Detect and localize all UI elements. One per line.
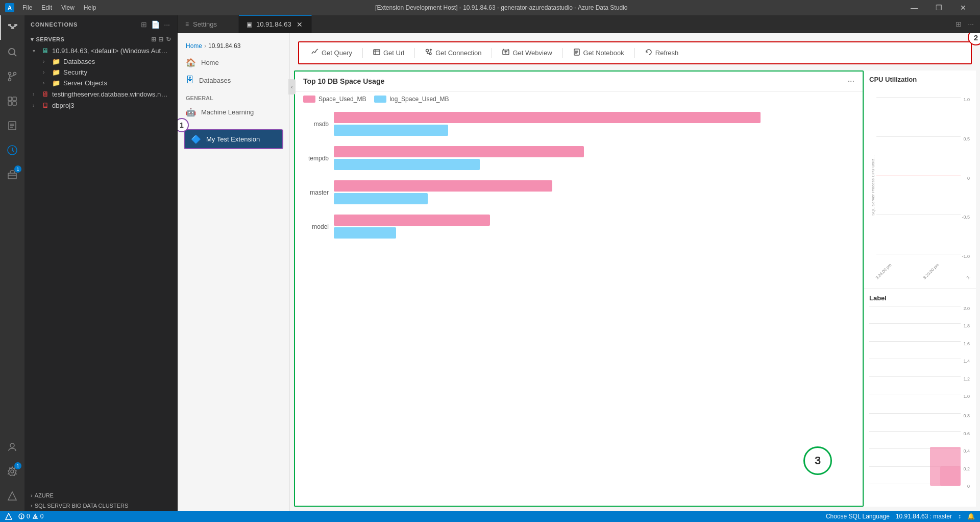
nav-home[interactable]: 🏠 Home xyxy=(178,54,289,72)
databases-item[interactable]: › 📁 Databases xyxy=(24,56,177,67)
bars-tempdb xyxy=(334,146,854,170)
databases-expand-icon: › xyxy=(43,59,49,64)
get-url-button[interactable]: Get Url xyxy=(369,46,408,59)
menu-bar[interactable]: File Edit View Help xyxy=(18,3,101,12)
servers-section: ▾ SERVERS ⊞ ⊟ ↻ ▾ 🖥 10.91.84.63, <defaul… xyxy=(24,34,177,111)
activity-extensions[interactable] xyxy=(0,89,24,113)
collapse-nav-handle[interactable]: ‹ xyxy=(288,79,296,94)
menu-view[interactable]: View xyxy=(57,3,79,12)
bigdata-expand-icon: › xyxy=(31,503,33,509)
server3-icon: 🖥 xyxy=(42,101,49,109)
label-grid-6 xyxy=(869,394,961,394)
nav-my-test-extension[interactable]: 🔷 My Test Extension xyxy=(184,129,283,149)
nav-databases[interactable]: 🗄 Databases xyxy=(178,72,289,89)
cpu-x-label-2: 3:29:00 pm xyxy=(922,263,940,280)
security-item[interactable]: › 📁 Security xyxy=(24,67,177,78)
menu-file[interactable]: File xyxy=(18,3,36,12)
svg-line-6 xyxy=(14,54,17,57)
split-editor-icon[interactable]: ⊞ xyxy=(953,18,964,30)
tab-bar-actions: ⊞ ··· xyxy=(953,15,980,33)
divider-5 xyxy=(634,48,635,58)
close-button[interactable]: ✕ xyxy=(951,0,975,15)
chart-more-button[interactable]: ··· xyxy=(848,77,854,86)
menu-help[interactable]: Help xyxy=(80,3,101,12)
status-language[interactable]: Choose SQL Language xyxy=(826,513,890,520)
databases-nav-label: Databases xyxy=(199,77,231,84)
activity-settings[interactable]: 1 xyxy=(0,459,24,484)
get-notebook-button[interactable]: Get Notebook xyxy=(569,46,628,59)
cpu-grid-1 xyxy=(876,97,961,98)
activity-packages[interactable]: 1 xyxy=(0,162,24,187)
activity-notebooks[interactable] xyxy=(0,113,24,138)
get-webview-button[interactable]: Get Webview xyxy=(498,46,556,59)
svg-point-28 xyxy=(426,50,429,52)
label-section: Label 2.0 1.8 1.6 1.4 1.2 1.0 0.8 0.6 xyxy=(864,289,976,507)
tab-close-button[interactable]: ✕ xyxy=(296,20,304,29)
menu-edit[interactable]: Edit xyxy=(37,3,56,12)
refresh-button[interactable]: Refresh xyxy=(641,46,683,59)
label-y-1.0: 1.0 xyxy=(963,394,970,399)
svg-point-22 xyxy=(10,443,14,447)
machine-learning-label: Machine Learning xyxy=(201,108,254,116)
bigdata-section[interactable]: › SQL SERVER BIG DATA CLUSTERS xyxy=(24,501,177,511)
tab-bar: ≡ Settings ▣ 10.91.84.63 ✕ ⊞ ··· xyxy=(178,15,980,33)
server-tab-icon: ▣ xyxy=(247,21,252,28)
activity-source-control[interactable] xyxy=(0,64,24,89)
activity-connections[interactable] xyxy=(0,15,24,40)
server-objects-item[interactable]: › 📁 Server Objects xyxy=(24,78,177,88)
bar-chart: msdb tempdb xyxy=(295,107,863,506)
server-tab-label: 10.91.84.63 xyxy=(256,20,291,28)
server-item-3[interactable]: › 🖥 dbproj3 xyxy=(24,100,177,111)
new-connection-icon[interactable]: ⊞ xyxy=(140,19,148,30)
status-notification-icon[interactable]: 🔔 xyxy=(967,513,975,520)
filter-server-icon[interactable]: ⊟ xyxy=(158,36,164,43)
window-controls[interactable]: — ❐ ✕ xyxy=(902,0,975,15)
activity-jobs[interactable] xyxy=(0,138,24,162)
svg-rect-2 xyxy=(11,27,14,29)
status-remote[interactable] xyxy=(5,513,12,520)
label-y-0.2: 0.2 xyxy=(963,466,970,471)
status-upload-icon[interactable]: ↕ xyxy=(958,513,961,520)
bar-label-model: model xyxy=(303,223,334,230)
svg-marker-36 xyxy=(6,513,12,519)
new-connection-file-icon[interactable]: 📄 xyxy=(150,19,161,30)
status-errors[interactable]: 0 0 xyxy=(18,513,43,520)
svg-rect-25 xyxy=(374,50,380,55)
status-server[interactable]: 10.91.84.63 : master xyxy=(896,513,952,520)
maximize-button[interactable]: ❐ xyxy=(927,0,950,15)
servers-header[interactable]: ▾ SERVERS ⊞ ⊟ ↻ xyxy=(24,34,177,45)
settings-tab-label: Settings xyxy=(193,20,217,28)
activity-search[interactable] xyxy=(0,40,24,64)
activity-remote[interactable] xyxy=(0,484,24,508)
svg-point-7 xyxy=(9,73,11,75)
get-webview-icon xyxy=(502,49,509,57)
tab-settings[interactable]: ≡ Settings xyxy=(178,15,239,33)
svg-line-3 xyxy=(10,26,13,27)
nav-machine-learning[interactable]: 🤖 Machine Learning xyxy=(178,103,289,121)
cpu-title: CPU Utilization xyxy=(869,76,971,83)
get-query-icon xyxy=(311,49,318,57)
get-query-button[interactable]: Get Query xyxy=(307,46,356,59)
svg-rect-12 xyxy=(13,97,16,101)
minimize-button[interactable]: — xyxy=(902,0,926,15)
azure-section: › AZURE › SQL SERVER BIG DATA CLUSTERS xyxy=(24,490,177,511)
svg-rect-13 xyxy=(8,102,12,105)
more-icon[interactable]: ··· xyxy=(163,19,171,30)
azure-label[interactable]: › AZURE xyxy=(24,490,177,501)
tab-server[interactable]: ▣ 10.91.84.63 ✕ xyxy=(239,15,312,33)
add-server-icon[interactable]: ⊞ xyxy=(151,36,157,43)
breadcrumb-home[interactable]: Home xyxy=(186,42,202,50)
label-chart-area: 2.0 1.8 1.6 1.4 1.2 1.0 0.8 0.6 0.4 0.2 xyxy=(869,306,971,502)
server-item-2[interactable]: › 🖥 testingtheserver.database.windows.ne… xyxy=(24,88,177,100)
activity-accounts[interactable] xyxy=(0,435,24,459)
divider-1 xyxy=(362,48,363,58)
server-item-1[interactable]: ▾ 🖥 10.91.84.63, <default> (Windows Auth… xyxy=(24,45,177,56)
refresh-server-icon[interactable]: ↻ xyxy=(166,36,172,43)
more-actions-icon[interactable]: ··· xyxy=(966,18,976,30)
server-name-2: testingtheserver.database.windows.net, <… xyxy=(52,90,171,98)
label-grid-2 xyxy=(869,323,961,324)
svg-point-41 xyxy=(35,517,35,518)
server3-expand-icon: › xyxy=(33,103,39,108)
svg-rect-14 xyxy=(13,102,16,105)
get-connection-button[interactable]: Get Connection xyxy=(421,46,485,59)
